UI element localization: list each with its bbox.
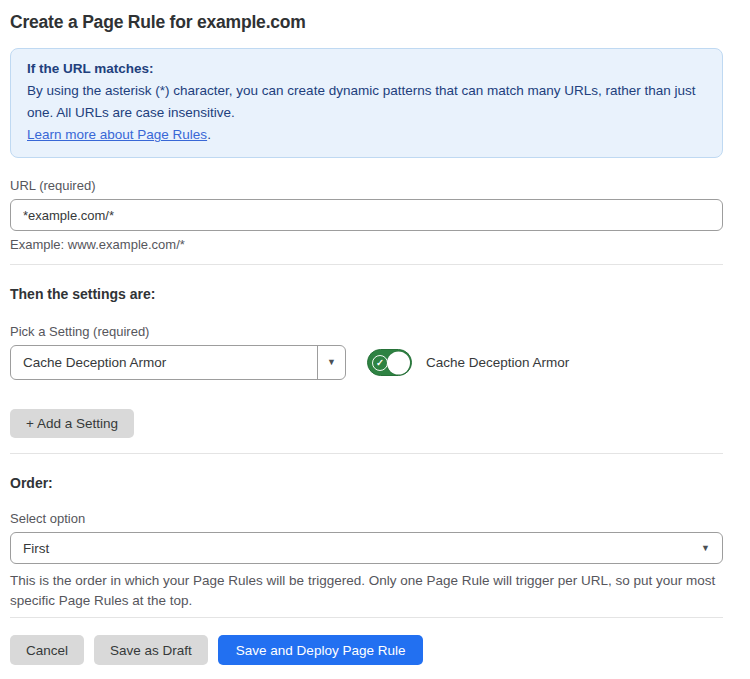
cancel-button[interactable]: Cancel (10, 635, 84, 665)
setting-row: Cache Deception Armor ▼ ✓ Cache Deceptio… (10, 345, 723, 380)
caret-down-icon: ▼ (701, 544, 710, 553)
info-box-heading: If the URL matches: (27, 58, 706, 80)
link-suffix: . (207, 127, 211, 142)
caret-down-icon: ▼ (327, 358, 336, 367)
divider (10, 617, 723, 618)
create-page-rule-form: Create a Page Rule for example.com If th… (0, 0, 750, 665)
setting-select-arrow-button[interactable]: ▼ (317, 346, 345, 379)
page-title: Create a Page Rule for example.com (10, 12, 723, 33)
setting-select-value: Cache Deception Armor (11, 355, 317, 370)
setting-select[interactable]: Cache Deception Armor ▼ (10, 345, 346, 380)
divider (10, 453, 723, 454)
add-setting-button[interactable]: + Add a Setting (10, 409, 134, 438)
toggle-label: Cache Deception Armor (426, 355, 569, 370)
order-select[interactable]: First ▼ (10, 532, 723, 564)
toggle-knob (387, 351, 410, 374)
info-link-line: Learn more about Page Rules. (27, 124, 706, 146)
order-helper-text: This is the order in which your Page Rul… (10, 571, 723, 611)
check-icon: ✓ (372, 355, 388, 371)
url-label: URL (required) (10, 178, 723, 193)
url-input[interactable] (10, 199, 723, 231)
order-section-heading: Order: (10, 475, 723, 491)
settings-section-heading: Then the settings are: (10, 286, 723, 302)
info-box-body: By using the asterisk (*) character, you… (27, 80, 706, 124)
select-option-label: Select option (10, 511, 723, 526)
footer-button-row: Cancel Save as Draft Save and Deploy Pag… (10, 635, 723, 665)
save-as-draft-button[interactable]: Save as Draft (94, 635, 208, 665)
setting-toggle-on[interactable]: ✓ (367, 349, 412, 376)
order-select-value: First (11, 541, 701, 556)
divider (10, 264, 723, 265)
url-example-helper: Example: www.example.com/* (10, 237, 723, 252)
pick-setting-label: Pick a Setting (required) (10, 324, 723, 339)
learn-more-link[interactable]: Learn more about Page Rules (27, 127, 207, 142)
save-and-deploy-button[interactable]: Save and Deploy Page Rule (218, 635, 424, 665)
url-match-info-box: If the URL matches: By using the asteris… (10, 48, 723, 158)
